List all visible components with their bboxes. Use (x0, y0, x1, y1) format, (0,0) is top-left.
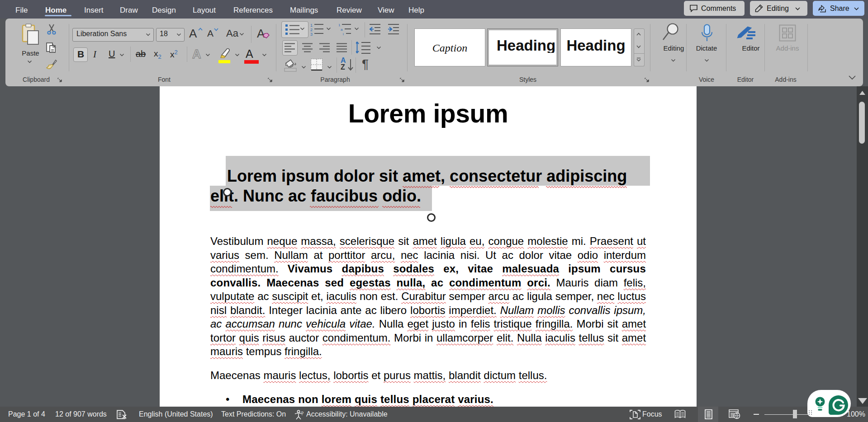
svg-text:?: ? (301, 411, 304, 416)
svg-text:3: 3 (310, 32, 313, 36)
svg-text:1: 1 (310, 23, 313, 28)
svg-text:1: 1 (338, 23, 341, 27)
svg-text:2: 2 (310, 28, 313, 32)
svg-text:a: a (341, 28, 343, 32)
svg-text:i: i (343, 32, 344, 36)
